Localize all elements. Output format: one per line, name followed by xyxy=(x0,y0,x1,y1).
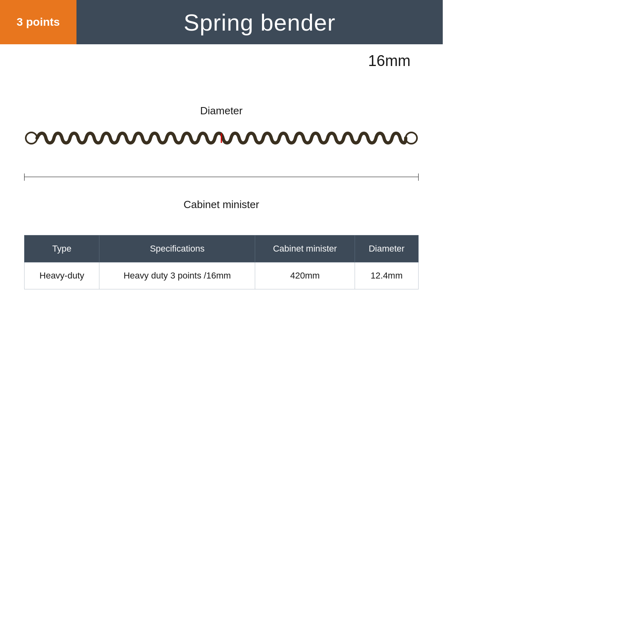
cell-specs: Heavy duty 3 points /16mm xyxy=(99,262,255,289)
badge: 3 points xyxy=(0,0,76,44)
col-header-diameter: Diameter xyxy=(355,235,419,262)
title-bar: Spring bender xyxy=(76,0,443,44)
measurement-row xyxy=(24,170,419,194)
diameter-label: Diameter xyxy=(24,105,419,117)
spring-illustration xyxy=(24,122,419,154)
size-label: 16mm xyxy=(368,52,411,70)
svg-point-1 xyxy=(406,132,417,144)
cell-type: Heavy-duty xyxy=(25,262,99,289)
svg-point-0 xyxy=(26,132,37,144)
table-row: Heavy-duty Heavy duty 3 points /16mm 420… xyxy=(25,262,419,289)
cell-cabinet: 420mm xyxy=(255,262,355,289)
col-header-specs: Specifications xyxy=(99,235,255,262)
page-title: Spring bender xyxy=(184,9,335,36)
table-header-row: Type Specifications Cabinet minister Dia… xyxy=(25,235,419,262)
col-header-cabinet: Cabinet minister xyxy=(255,235,355,262)
spring-area: Diameter xyxy=(24,105,419,211)
badge-label: 3 points xyxy=(17,16,60,29)
measurement-line xyxy=(24,177,419,177)
main-content: 16mm Diameter xyxy=(0,44,443,407)
cabinet-minister-label: Cabinet minister xyxy=(24,198,419,211)
cell-diameter: 12.4mm xyxy=(355,262,419,289)
header: 3 points Spring bender xyxy=(0,0,443,44)
specs-table: Type Specifications Cabinet minister Dia… xyxy=(24,235,419,289)
col-header-type: Type xyxy=(25,235,99,262)
spring-container xyxy=(24,122,419,154)
